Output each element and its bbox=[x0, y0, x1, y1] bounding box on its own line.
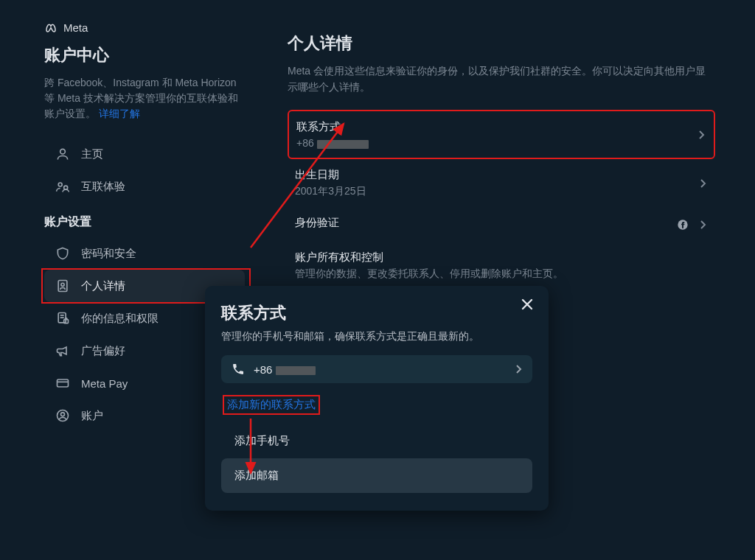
sidebar-title: 账户中心 bbox=[44, 44, 245, 66]
row-subtitle: +86 bbox=[296, 137, 684, 149]
chevron-right-icon bbox=[697, 130, 705, 140]
sidebar-settings-header: 账户设置 bbox=[44, 214, 245, 230]
sidebar-description: 跨 Facebook、Instagram 和 Meta Horizon 等 Me… bbox=[44, 75, 245, 122]
sidebar-item-label: 主页 bbox=[81, 147, 103, 161]
svg-point-9 bbox=[61, 413, 65, 416]
redacted-phone bbox=[317, 140, 369, 149]
svg-point-0 bbox=[60, 149, 66, 154]
linked-accounts-icon bbox=[55, 179, 71, 194]
page-description: Meta 会使用这些信息来验证你的身份，以及保护我们社群的安全。你可以决定向其他… bbox=[288, 63, 715, 95]
page-root: Meta 账户中心 跨 Facebook、Instagram 和 Meta Ho… bbox=[0, 0, 755, 560]
row-title: 身份验证 bbox=[295, 216, 686, 230]
sidebar-item-label: 互联体验 bbox=[81, 180, 125, 194]
contact-info-modal: 联系方式 管理你的手机号和邮箱，确保联系方式是正确且最新的。 +86 添加新的联… bbox=[205, 286, 549, 511]
close-button[interactable] bbox=[516, 293, 538, 315]
svg-point-1 bbox=[58, 183, 62, 186]
person-icon bbox=[55, 147, 71, 161]
modal-title: 联系方式 bbox=[221, 302, 532, 324]
learn-more-link[interactable]: 详细了解 bbox=[99, 108, 140, 119]
chevron-right-icon bbox=[515, 364, 522, 374]
phone-prefix: +86 bbox=[296, 137, 314, 149]
option-add-email[interactable]: 添加邮箱 bbox=[221, 458, 532, 493]
user-circle-icon bbox=[55, 408, 71, 423]
shield-icon bbox=[55, 246, 71, 261]
option-add-phone[interactable]: 添加手机号 bbox=[221, 424, 532, 458]
sidebar-desc-text: 跨 Facebook、Instagram 和 Meta Horizon 等 Me… bbox=[44, 77, 238, 119]
phone-handset-icon bbox=[232, 363, 245, 376]
id-card-icon bbox=[55, 279, 71, 293]
page-title: 个人详情 bbox=[288, 32, 715, 55]
document-lock-icon bbox=[55, 311, 71, 326]
row-title: 账户所有权和控制 bbox=[295, 251, 686, 265]
sidebar-item-label: Meta Pay bbox=[81, 377, 128, 390]
sidebar-item-password[interactable]: 密码和安全 bbox=[44, 237, 245, 270]
add-new-contact-link[interactable]: 添加新的联系方式 bbox=[223, 395, 320, 415]
row-account-ownership[interactable]: 账户所有权和控制 管理你的数据、更改委托联系人、停用或删除账户和主页。 bbox=[288, 242, 715, 290]
sidebar-item-label: 密码和安全 bbox=[81, 247, 136, 261]
row-contact-info[interactable]: 联系方式 +86 bbox=[288, 110, 715, 159]
sidebar-item-label: 广告偏好 bbox=[81, 344, 125, 358]
megaphone-icon bbox=[55, 343, 71, 358]
sidebar-item-label: 账户 bbox=[81, 409, 103, 423]
row-title: 出生日期 bbox=[295, 168, 686, 182]
meta-logo-icon bbox=[44, 21, 58, 34]
row-birthday[interactable]: 出生日期 2001年3月25日 bbox=[288, 159, 715, 207]
row-identity-verification[interactable]: 身份验证 bbox=[288, 207, 715, 242]
svg-point-4 bbox=[61, 283, 64, 286]
sidebar-item-home[interactable]: 主页 bbox=[44, 138, 245, 170]
brand-logo: Meta bbox=[44, 21, 245, 34]
redacted-phone bbox=[276, 366, 316, 375]
phone-entry-row[interactable]: +86 bbox=[221, 355, 532, 383]
brand-text: Meta bbox=[63, 21, 88, 34]
card-icon bbox=[55, 376, 71, 391]
phone-prefix: +86 bbox=[254, 363, 272, 376]
chevron-right-icon bbox=[699, 220, 706, 230]
chevron-right-icon bbox=[699, 178, 706, 189]
phone-number: +86 bbox=[254, 363, 316, 376]
row-subtitle: 管理你的数据、更改委托联系人、停用或删除账户和主页。 bbox=[295, 267, 686, 281]
sidebar-item-label: 个人详情 bbox=[81, 279, 125, 293]
row-title: 联系方式 bbox=[296, 120, 684, 134]
modal-subtitle: 管理你的手机号和邮箱，确保联系方式是正确且最新的。 bbox=[221, 330, 532, 343]
main-panel: 个人详情 Meta 会使用这些信息来验证你的身份，以及保护我们社群的安全。你可以… bbox=[288, 32, 715, 290]
sidebar-item-connected[interactable]: 互联体验 bbox=[44, 170, 245, 203]
add-contact-link-wrap: 添加新的联系方式 bbox=[221, 383, 321, 424]
svg-rect-7 bbox=[58, 379, 69, 387]
facebook-icon bbox=[677, 219, 689, 231]
sidebar-item-label: 你的信息和权限 bbox=[81, 312, 159, 326]
row-subtitle: 2001年3月25日 bbox=[295, 185, 686, 198]
